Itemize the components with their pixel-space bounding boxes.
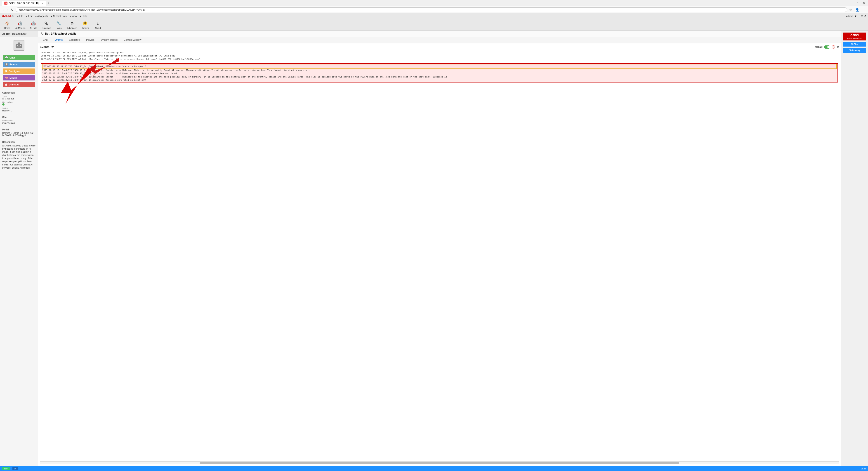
back-button[interactable]: ‹: [1, 7, 5, 12]
tab-title: OZEKI 10 (192.168.93.110): [9, 2, 39, 4]
tab-configure[interactable]: Configure: [66, 37, 83, 43]
log-container[interactable]: 2025-02-10 13:17:30.583 INFO AI_Bot_1@lo…: [40, 50, 839, 462]
sidebar-chat-section: Chat: [0, 114, 38, 119]
type-label: Type:: [2, 95, 7, 97]
toolbar-tools-label: Tools: [56, 27, 61, 29]
sidebar-uninstall-button[interactable]: 🗑 Uninstall: [3, 82, 35, 87]
tab-close-button[interactable]: ✕: [41, 2, 43, 4]
ai-chat-button[interactable]: AI Chat: [843, 42, 866, 46]
hugging-icon: 🤗: [82, 20, 88, 26]
sidebar-configure-button[interactable]: ⚙ Configure: [3, 68, 35, 74]
model-value: Hermes-3-Llama-3.1-405B-IQ2_M-00001-of-0…: [2, 132, 35, 137]
tab-system-prompt[interactable]: System prompt: [98, 37, 121, 43]
svg-point-5: [19, 42, 20, 43]
toggle-track[interactable]: [824, 45, 830, 49]
sidebar-bot-header: AI_Bot_1@localhost: [0, 31, 38, 37]
forward-button[interactable]: ›: [6, 7, 9, 12]
sidebar-chat-button[interactable]: 💬 Chat: [3, 55, 35, 60]
refresh-events-button[interactable]: ↻: [837, 45, 839, 49]
sidebar-uninstall-label: Uninstall: [9, 83, 19, 86]
close-window-button[interactable]: ✕: [862, 1, 866, 5]
events-title: Events 👁: [40, 45, 54, 49]
app-logo: OZEKI AI: [2, 14, 14, 18]
sidebar-events-button[interactable]: 📋 Events: [3, 62, 35, 67]
home-icon: 🏠: [4, 20, 10, 26]
clear-events-button[interactable]: 🚫: [832, 45, 835, 49]
username-label: admin: [846, 15, 853, 18]
page-title-text: AI_Bot_1@localhost details: [41, 32, 76, 35]
update-toggle[interactable]: [824, 45, 830, 49]
menu-file[interactable]: ● File: [17, 15, 23, 18]
new-tab-button[interactable]: +: [46, 1, 51, 5]
menu-ai-agents[interactable]: ● AI Agents: [35, 15, 48, 18]
sidebar-bot-name: AI_Bot_1@localhost: [2, 33, 26, 35]
sidebar: AI_Bot_1@localhost 💬 Chat: [0, 31, 38, 466]
start-button[interactable]: Start: [2, 467, 10, 470]
main-layout: AI_Bot_1@localhost 💬 Chat: [0, 31, 868, 466]
user-menu-button[interactable]: ▼: [855, 15, 857, 18]
toolbar-tools[interactable]: 🔧 Tools: [54, 20, 63, 29]
status-label: Status:: [2, 107, 8, 109]
maximize-button[interactable]: □: [855, 1, 860, 5]
connection-status-dot: [2, 103, 4, 105]
browser-tab[interactable]: OZ OZEKI 10 (192.168.93.110) ✕: [2, 1, 46, 6]
tab-powers[interactable]: Powers: [83, 37, 98, 43]
tab-context-window[interactable]: Context window: [121, 37, 145, 43]
minimize-button[interactable]: ─: [849, 1, 854, 5]
ozeki-logo-box: OZEKI www.myozeki.com: [843, 33, 866, 40]
close-app-button[interactable]: ✕: [864, 14, 866, 18]
menu-edit[interactable]: ● Edit: [26, 15, 33, 18]
browser-menu-button[interactable]: ⋮: [861, 7, 867, 12]
events-title-text: Events: [40, 45, 50, 49]
favicon-icon: OZ: [4, 2, 7, 5]
sidebar-model-button[interactable]: 🧠 Model: [3, 75, 35, 81]
toolbar-advanced[interactable]: ⚙ Advanced: [67, 20, 77, 29]
events-eye-icon[interactable]: 👁: [51, 45, 54, 49]
url-input[interactable]: http://localhost:9515/AI/?a=connection_d…: [16, 7, 847, 12]
reload-button[interactable]: ↻: [10, 7, 15, 12]
content-area: AI_Bot_1@localhost details Chat Events C…: [38, 31, 841, 466]
toolbar-advanced-label: Advanced: [67, 27, 77, 29]
maximize-app-button[interactable]: □: [861, 15, 863, 18]
tools-icon: 🔧: [56, 20, 62, 26]
sidebar-status-info: Status: Ready (?): [0, 106, 38, 112]
toolbar-gateway-label: Gateway: [42, 27, 51, 29]
type-value: AI Chat Bot: [2, 97, 14, 100]
bot-avatar: [13, 40, 24, 51]
right-panel: OZEKI www.myozeki.com AI Chat AI Gateway: [841, 31, 868, 466]
toolbar-ai-bots[interactable]: 🤖 AI Bots: [29, 20, 38, 29]
ai-gateway-button[interactable]: AI Gateway: [843, 49, 866, 53]
toolbar-home[interactable]: 🏠 Home: [3, 20, 12, 29]
log-line-5: 2025-02-10 13:17:46.726 INFO AI_Bot_1@lo…: [42, 69, 837, 72]
log-line-6: 2025-02-10 13:17:46.726 INFO AI_Bot_1@lo…: [42, 72, 837, 75]
toolbar-hugging[interactable]: 🤗 Hugging: [81, 20, 90, 29]
tab-events[interactable]: Events: [51, 37, 66, 43]
toolbar-ai-bots-label: AI Bots: [30, 27, 37, 29]
menu-help[interactable]: ● Help: [80, 15, 87, 18]
tab-chat[interactable]: Chat: [40, 37, 51, 43]
log-line-7: 2025-02-10 13:22:43.453 INFO AI_Bot_1@lo…: [42, 75, 837, 78]
sidebar-model-value-info: Hermes-3-Llama-3.1-405B-IQ2_M-00001-of-0…: [0, 131, 38, 137]
gateway-icon: 🔌: [43, 20, 49, 26]
sidebar-description-section: Description: [0, 139, 38, 144]
minimize-app-button[interactable]: ─: [858, 15, 860, 18]
toolbar-gateway[interactable]: 🔌 Gateway: [41, 20, 51, 29]
toolbar-about[interactable]: ℹ About: [93, 20, 102, 29]
bookmark-button[interactable]: ☆: [848, 7, 853, 12]
page-title: AI_Bot_1@localhost details: [38, 31, 841, 37]
help-icon[interactable]: (?): [9, 109, 12, 112]
profile-button[interactable]: 👤: [854, 7, 860, 12]
sidebar-type-info: Type: AI Chat Bot: [0, 94, 38, 100]
ai-label-text: AI: [14, 467, 16, 470]
toolbar-ai-models[interactable]: 🤖 AI Models: [16, 20, 25, 29]
menu-ai-chat-bots[interactable]: ● AI Chat Bots: [51, 15, 67, 18]
scrollbar-thumb[interactable]: [199, 462, 679, 464]
toolbar-home-label: Home: [4, 27, 10, 29]
horizontal-scrollbar[interactable]: [40, 462, 839, 464]
advanced-icon: ⚙: [69, 20, 75, 26]
svg-rect-7: [22, 45, 22, 47]
menu-view[interactable]: ● View: [69, 15, 77, 18]
events-controls: Update 🚫 ↻: [815, 45, 839, 49]
toggle-thumb: [827, 46, 830, 49]
window-controls: ─ □ ✕: [849, 1, 866, 5]
